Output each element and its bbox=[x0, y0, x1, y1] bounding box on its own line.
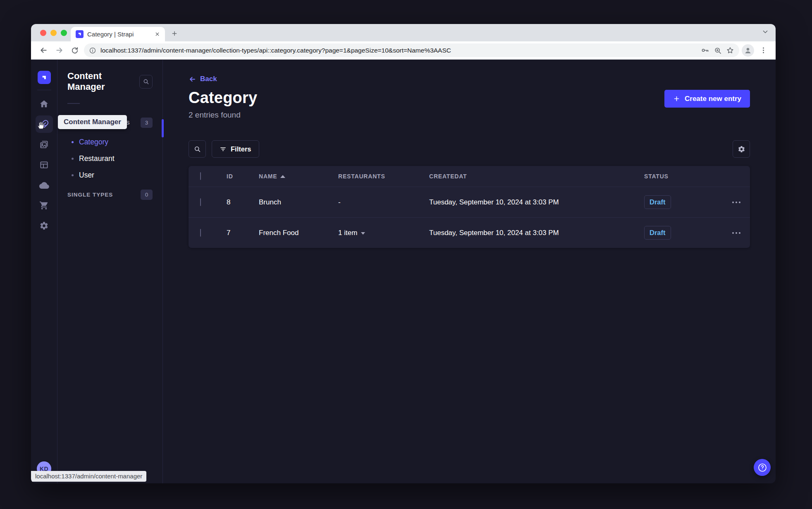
cell-id: 8 bbox=[217, 198, 250, 206]
question-circle-icon bbox=[757, 463, 767, 473]
sort-ascending-icon bbox=[280, 175, 285, 178]
row-actions-button[interactable] bbox=[718, 202, 750, 203]
single-types-label: SINGLE TYPES bbox=[67, 192, 113, 198]
site-info-icon[interactable] bbox=[89, 47, 96, 54]
nav-marketplace-icon[interactable] bbox=[36, 197, 53, 214]
password-key-icon[interactable] bbox=[701, 46, 709, 55]
subnav-title: Content Manager bbox=[67, 71, 139, 92]
rail-divider bbox=[37, 90, 51, 90]
content-manager-tooltip: Content Manager bbox=[58, 115, 127, 129]
url-text: localhost:1337/admin/content-manager/col… bbox=[100, 47, 697, 54]
view-settings-button[interactable] bbox=[733, 140, 750, 158]
strapi-favicon-icon bbox=[76, 30, 84, 38]
back-nav-icon[interactable] bbox=[37, 44, 50, 57]
chevron-down-icon bbox=[361, 232, 365, 235]
filter-icon bbox=[220, 146, 227, 153]
bullet-icon bbox=[72, 141, 74, 143]
gear-icon bbox=[738, 145, 745, 153]
column-header-createdat[interactable]: CREATEDAT bbox=[420, 173, 635, 180]
browser-window: Category | Strapi localhost:1337/admin/c… bbox=[31, 24, 776, 483]
nav-home-icon[interactable] bbox=[36, 95, 53, 113]
nav-content-type-builder-icon[interactable] bbox=[36, 156, 53, 173]
strapi-admin-app: KD Content Manager COLLECTION TYPES 3 Ca… bbox=[31, 60, 776, 483]
table-row[interactable]: 7 French Food 1 item Tuesday, September … bbox=[189, 217, 750, 248]
table-row[interactable]: 8 Brunch - Tuesday, September 10, 2024 a… bbox=[189, 187, 750, 217]
row-checkbox[interactable] bbox=[200, 229, 201, 237]
subnav-item-restaurant[interactable]: Restaurant bbox=[67, 150, 153, 167]
row-actions-button[interactable] bbox=[718, 232, 750, 234]
zoom-window-button[interactable] bbox=[61, 30, 67, 36]
tab-title: Category | Strapi bbox=[87, 31, 150, 38]
browser-tab-strip: Category | Strapi bbox=[31, 24, 776, 41]
browser-address-bar: localhost:1337/admin/content-manager/col… bbox=[31, 41, 776, 60]
column-header-status[interactable]: STATUS bbox=[635, 173, 718, 180]
collection-types-count-badge: 3 bbox=[141, 118, 153, 128]
main-content: Back Category 2 entries found Create new… bbox=[163, 60, 776, 483]
browser-profile-avatar[interactable] bbox=[742, 44, 754, 57]
create-new-entry-button[interactable]: Create new entry bbox=[664, 90, 750, 108]
subnav-item-category[interactable]: Category bbox=[67, 134, 153, 150]
bookmark-star-icon[interactable] bbox=[726, 46, 734, 55]
plus-icon bbox=[673, 95, 680, 102]
link-status-bar: localhost:1337/admin/content-manager bbox=[31, 471, 146, 482]
cell-name: French Food bbox=[250, 229, 329, 237]
main-nav-rail: KD bbox=[31, 60, 57, 483]
back-link[interactable]: Back bbox=[189, 75, 750, 83]
subnav-item-user[interactable]: User bbox=[67, 167, 153, 183]
bullet-icon bbox=[72, 158, 74, 160]
nav-settings-icon[interactable] bbox=[36, 217, 53, 234]
forward-nav-icon[interactable] bbox=[53, 44, 66, 57]
window-controls bbox=[40, 30, 67, 36]
zoom-page-icon[interactable] bbox=[714, 46, 722, 55]
cursor-hand-icon bbox=[36, 120, 45, 130]
search-icon bbox=[193, 145, 201, 153]
cell-id: 7 bbox=[217, 229, 250, 237]
strapi-logo[interactable] bbox=[38, 71, 51, 84]
page-title: Category bbox=[189, 89, 257, 107]
row-checkbox[interactable] bbox=[200, 198, 201, 206]
cell-restaurants[interactable]: 1 item bbox=[329, 229, 420, 237]
bullet-icon bbox=[72, 174, 74, 176]
help-button[interactable] bbox=[754, 459, 771, 476]
column-header-id[interactable]: ID bbox=[217, 173, 250, 180]
entries-table: ID NAME RESTAURANTS CREATEDAT STATUS 8 B… bbox=[189, 166, 750, 248]
new-tab-button[interactable] bbox=[168, 27, 181, 40]
single-types-count-badge: 0 bbox=[141, 190, 153, 200]
status-badge: Draft bbox=[644, 195, 671, 209]
status-badge: Draft bbox=[644, 226, 671, 240]
column-header-name[interactable]: NAME bbox=[250, 173, 329, 180]
reload-icon[interactable] bbox=[68, 44, 81, 57]
list-toolbar: Filters bbox=[189, 140, 750, 158]
tab-search-chevron-icon[interactable] bbox=[762, 28, 769, 36]
tab-close-icon[interactable] bbox=[153, 31, 161, 38]
subnav-divider bbox=[67, 103, 80, 104]
nav-media-library-icon[interactable] bbox=[36, 136, 53, 153]
single-types-section: SINGLE TYPES 0 bbox=[67, 189, 153, 200]
filters-button[interactable]: Filters bbox=[212, 140, 259, 158]
search-button[interactable] bbox=[189, 140, 206, 158]
select-all-checkbox[interactable] bbox=[200, 172, 201, 180]
table-header-row: ID NAME RESTAURANTS CREATEDAT STATUS bbox=[189, 166, 750, 187]
close-window-button[interactable] bbox=[40, 30, 46, 36]
entries-count: 2 entries found bbox=[189, 110, 257, 120]
browser-tab[interactable]: Category | Strapi bbox=[71, 27, 165, 41]
cell-createdat: Tuesday, September 10, 2024 at 3:03 PM bbox=[420, 229, 635, 237]
cell-createdat: Tuesday, September 10, 2024 at 3:03 PM bbox=[420, 198, 635, 206]
browser-menu-icon[interactable] bbox=[757, 44, 770, 57]
arrow-left-icon bbox=[189, 75, 196, 83]
minimize-window-button[interactable] bbox=[50, 30, 57, 36]
cell-restaurants: - bbox=[329, 198, 420, 206]
subnav-search-button[interactable] bbox=[139, 75, 153, 89]
column-header-restaurants[interactable]: RESTAURANTS bbox=[329, 173, 420, 180]
url-input[interactable]: localhost:1337/admin/content-manager/col… bbox=[84, 43, 739, 57]
cell-name: Brunch bbox=[250, 198, 329, 206]
nav-cloud-icon[interactable] bbox=[36, 176, 53, 194]
